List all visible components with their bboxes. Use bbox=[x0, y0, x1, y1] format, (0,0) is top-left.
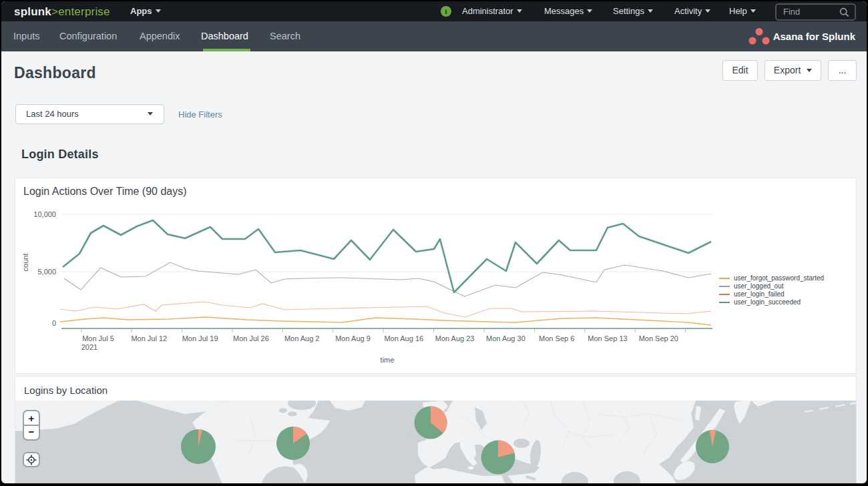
svg-text:Mon Aug 2: Mon Aug 2 bbox=[284, 334, 320, 342]
svg-text:Mon Sep 13: Mon Sep 13 bbox=[588, 334, 627, 342]
svg-text:count: count bbox=[21, 254, 29, 272]
svg-text:time: time bbox=[381, 356, 395, 364]
svg-text:Mon Aug 9: Mon Aug 9 bbox=[335, 334, 371, 342]
svg-text:Mon Jul 19: Mon Jul 19 bbox=[182, 334, 218, 342]
svg-text:user_logged_out: user_logged_out bbox=[734, 282, 784, 290]
svg-text:Mon Jul 26: Mon Jul 26 bbox=[233, 334, 269, 342]
svg-text:user_login_failed: user_login_failed bbox=[734, 290, 785, 298]
svg-text:Mon Jul 5: Mon Jul 5 bbox=[82, 334, 114, 342]
svg-text:Mon Aug 23: Mon Aug 23 bbox=[435, 334, 475, 342]
svg-text:Mon Aug 30: Mon Aug 30 bbox=[486, 334, 525, 342]
svg-text:Mon Sep 6: Mon Sep 6 bbox=[539, 334, 574, 342]
svg-text:Mon Aug 16: Mon Aug 16 bbox=[384, 334, 423, 342]
svg-text:user_login_succeeded: user_login_succeeded bbox=[734, 298, 801, 306]
svg-text:2021: 2021 bbox=[81, 343, 97, 351]
svg-text:Mon Jul 12: Mon Jul 12 bbox=[131, 334, 167, 342]
svg-text:5,000: 5,000 bbox=[37, 268, 56, 276]
svg-text:0: 0 bbox=[52, 319, 56, 327]
svg-text:10,000: 10,000 bbox=[33, 210, 56, 218]
svg-text:Mon Sep 20: Mon Sep 20 bbox=[639, 334, 678, 342]
svg-text:user_forgot_password_started: user_forgot_password_started bbox=[734, 274, 824, 282]
